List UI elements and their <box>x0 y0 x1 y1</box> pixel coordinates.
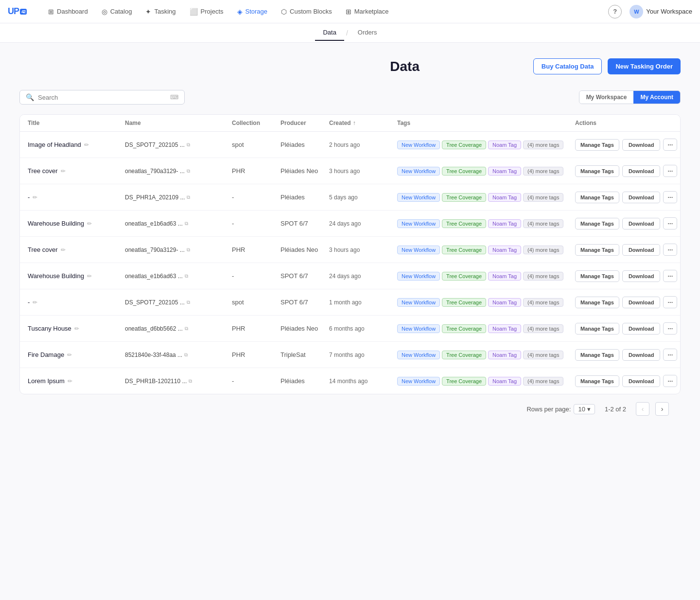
tag[interactable]: (4) more tags <box>523 167 563 176</box>
more-button-7[interactable]: ··· <box>663 322 677 335</box>
edit-icon-8[interactable]: ✏ <box>67 352 72 358</box>
tag[interactable]: (4) more tags <box>523 193 563 202</box>
download-button-2[interactable]: Download <box>622 192 661 203</box>
nav-item-projects[interactable]: ⬜ Projects <box>184 5 229 18</box>
tag[interactable]: New Workflow <box>397 272 440 281</box>
copy-icon-6[interactable]: ⧉ <box>187 300 190 305</box>
copy-icon-9[interactable]: ⧉ <box>189 378 192 384</box>
edit-icon-2[interactable]: ✏ <box>33 194 37 201</box>
edit-icon-1[interactable]: ✏ <box>61 168 66 175</box>
download-button-1[interactable]: Download <box>622 165 661 177</box>
prev-page-button[interactable]: ‹ <box>636 402 649 416</box>
my-account-button[interactable]: My Account <box>633 91 680 104</box>
tag[interactable]: Tree Coverage <box>442 141 486 149</box>
tag[interactable]: (4) more tags <box>523 272 563 281</box>
manage-tags-button-1[interactable]: Manage Tags <box>575 165 619 177</box>
more-button-4[interactable]: ··· <box>663 244 677 256</box>
tag[interactable]: New Workflow <box>397 324 440 333</box>
download-button-0[interactable]: Download <box>622 139 661 151</box>
download-button-8[interactable]: Download <box>622 349 661 361</box>
more-button-6[interactable]: ··· <box>663 296 677 308</box>
tag[interactable]: Tree Coverage <box>442 324 486 333</box>
more-button-8[interactable]: ··· <box>663 349 677 361</box>
tag[interactable]: New Workflow <box>397 141 440 149</box>
more-button-9[interactable]: ··· <box>663 375 677 387</box>
tag[interactable]: (4) more tags <box>523 141 563 149</box>
tag[interactable]: Noam Tag <box>488 141 521 149</box>
tag[interactable]: Tree Coverage <box>442 351 486 359</box>
more-button-3[interactable]: ··· <box>663 217 677 229</box>
manage-tags-button-7[interactable]: Manage Tags <box>575 323 619 335</box>
tag[interactable]: New Workflow <box>397 193 440 202</box>
download-button-6[interactable]: Download <box>622 297 661 308</box>
tag[interactable]: (4) more tags <box>523 324 563 333</box>
tag[interactable]: Noam Tag <box>488 193 521 202</box>
tag[interactable]: Noam Tag <box>488 272 521 281</box>
download-button-9[interactable]: Download <box>622 375 661 387</box>
new-tasking-button[interactable]: New Tasking Order <box>608 58 681 74</box>
download-button-7[interactable]: Download <box>622 323 661 335</box>
more-button-0[interactable]: ··· <box>663 139 677 151</box>
rows-per-page-select[interactable]: 10 ▾ <box>574 404 595 414</box>
tag[interactable]: New Workflow <box>397 167 440 176</box>
copy-icon-1[interactable]: ⧉ <box>187 168 190 174</box>
tag[interactable]: Noam Tag <box>488 167 521 176</box>
tag[interactable]: Noam Tag <box>488 246 521 254</box>
download-button-4[interactable]: Download <box>622 244 661 256</box>
tag[interactable]: Noam Tag <box>488 219 521 228</box>
manage-tags-button-0[interactable]: Manage Tags <box>575 139 619 151</box>
copy-icon-4[interactable]: ⧉ <box>187 247 190 253</box>
tag[interactable]: Tree Coverage <box>442 219 486 228</box>
manage-tags-button-8[interactable]: Manage Tags <box>575 349 619 361</box>
manage-tags-button-5[interactable]: Manage Tags <box>575 270 619 282</box>
copy-icon-3[interactable]: ⧉ <box>185 221 188 227</box>
nav-item-tasking[interactable]: ✦ Tasking <box>140 5 181 18</box>
logo[interactable]: UP42 <box>8 6 27 17</box>
tag[interactable]: Tree Coverage <box>442 377 486 386</box>
copy-icon-8[interactable]: ⧉ <box>184 352 188 358</box>
manage-tags-button-3[interactable]: Manage Tags <box>575 218 619 229</box>
edit-icon-5[interactable]: ✏ <box>87 273 92 280</box>
col-created[interactable]: Created ↑ <box>329 120 397 126</box>
tag[interactable]: New Workflow <box>397 246 440 254</box>
edit-icon-0[interactable]: ✏ <box>84 141 89 148</box>
download-button-3[interactable]: Download <box>622 218 661 229</box>
tag[interactable]: (4) more tags <box>523 351 563 359</box>
sub-nav-orders[interactable]: Orders <box>350 25 385 41</box>
manage-tags-button-4[interactable]: Manage Tags <box>575 244 619 256</box>
tag[interactable]: (4) more tags <box>523 219 563 228</box>
tag[interactable]: New Workflow <box>397 219 440 228</box>
next-page-button[interactable]: › <box>655 402 669 416</box>
tag[interactable]: Tree Coverage <box>442 167 486 176</box>
tag[interactable]: New Workflow <box>397 377 440 386</box>
tag[interactable]: Noam Tag <box>488 377 521 386</box>
copy-icon-7[interactable]: ⧉ <box>185 326 188 332</box>
tag[interactable]: Tree Coverage <box>442 272 486 281</box>
manage-tags-button-6[interactable]: Manage Tags <box>575 297 619 308</box>
search-input[interactable] <box>38 94 166 101</box>
manage-tags-button-2[interactable]: Manage Tags <box>575 192 619 203</box>
help-button[interactable]: ? <box>608 5 622 18</box>
copy-icon-5[interactable]: ⧉ <box>185 273 188 279</box>
nav-item-catalog[interactable]: ◎ Catalog <box>96 5 138 18</box>
tag[interactable]: Noam Tag <box>488 324 521 333</box>
workspace-button[interactable]: W Your Workspace <box>630 5 692 18</box>
edit-icon-6[interactable]: ✏ <box>33 299 37 306</box>
tag[interactable]: Tree Coverage <box>442 246 486 254</box>
tag[interactable]: New Workflow <box>397 298 440 307</box>
sub-nav-data[interactable]: Data <box>315 25 344 41</box>
my-workspace-button[interactable]: My Workspace <box>579 91 634 104</box>
buy-catalog-button[interactable]: Buy Catalog Data <box>533 58 602 74</box>
copy-icon-0[interactable]: ⧉ <box>187 142 190 148</box>
nav-item-storage[interactable]: ◈ Storage <box>231 5 274 18</box>
tag[interactable]: (4) more tags <box>523 377 563 386</box>
nav-item-dashboard[interactable]: ⊞ Dashboard <box>42 5 94 18</box>
tag[interactable]: Noam Tag <box>488 351 521 359</box>
tag[interactable]: Noam Tag <box>488 298 521 307</box>
edit-icon-3[interactable]: ✏ <box>87 220 92 227</box>
tag[interactable]: (4) more tags <box>523 298 563 307</box>
more-button-1[interactable]: ··· <box>663 165 677 177</box>
tag[interactable]: Tree Coverage <box>442 193 486 202</box>
more-button-2[interactable]: ··· <box>663 191 677 203</box>
nav-item-marketplace[interactable]: ⊞ Marketplace <box>340 5 395 18</box>
